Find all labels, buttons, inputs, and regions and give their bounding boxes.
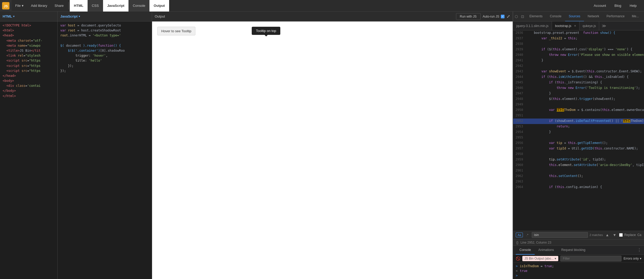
auto-run-checkbox[interactable]: ✓	[501, 15, 505, 18]
run-button[interactable]: Run with JS	[456, 13, 481, 20]
js-editor[interactable]: var host = document.querySelecto var roo…	[58, 22, 152, 279]
search-bar: Aa .* 2 matches ▲ ▼ Replace Ca	[513, 230, 644, 240]
console-menu-dots[interactable]: ⋮	[637, 248, 641, 253]
tab-javascript[interactable]: JavaScript	[103, 0, 129, 12]
tab-console[interactable]: Console	[128, 0, 149, 12]
html-line-1: <!DOCTYPE html>	[0, 23, 57, 28]
code-line-2940: 2940 throw new Error('Please use show on…	[513, 52, 644, 58]
console-tab-request-blocking[interactable]: Request blocking	[557, 246, 589, 255]
js-line-2: var root = host.createShadowRoot	[58, 28, 152, 33]
file-tab-qukeye[interactable]: qukeye.js	[579, 22, 599, 30]
html-line-10: <script src="https	[0, 68, 57, 73]
console-line-3: >	[513, 273, 644, 278]
code-line-2955: 2955	[513, 135, 644, 141]
code-line-2943: 2943 var showEvent = $.Event(this.constr…	[513, 69, 644, 74]
code-line-2945: 2945 if (this._isTransitioning) {	[513, 80, 644, 85]
devtools-tabs: ⬡ ⊡ Elements Console Sources Network Per…	[513, 12, 644, 22]
code-line-2960: 2960 this.element.setAttribute('aria-des…	[513, 163, 644, 168]
js-panel-header: JavaScript ▾	[58, 12, 152, 22]
js-line-10: });	[58, 68, 152, 73]
devtools-tab-elements[interactable]: Elements	[526, 12, 546, 22]
console-clear-button[interactable]: 🚫	[516, 256, 520, 261]
code-line-2951: 2951	[513, 113, 644, 119]
file-tab-add[interactable]: ≫	[599, 23, 609, 28]
replace-label: Replace	[624, 233, 636, 237]
search-up-button[interactable]: ▲	[604, 232, 610, 238]
devtools-device-icon[interactable]: ⊡	[519, 13, 526, 20]
devtools-tab-more[interactable]: Me...	[628, 12, 643, 22]
logo: JS	[0, 0, 12, 12]
devtools-inspect-icon[interactable]: ⬡	[513, 13, 519, 20]
html-line-5: <meta name="viewpo	[0, 43, 57, 48]
devtools-right-icons: ⋮	[642, 13, 644, 20]
output-panel: Output Run with JS Auto-run JS ✓ ⤢ Hover…	[152, 12, 513, 279]
brace-icon: {}	[516, 241, 518, 244]
file-tab-bootstrap-close[interactable]: ✕	[574, 24, 576, 27]
blog-button[interactable]: Blog	[611, 2, 624, 9]
console-line-2: < true	[513, 269, 644, 273]
html-line-8: <script src="https	[0, 58, 57, 63]
console-line-1: > isInTheDom = true;	[513, 264, 644, 269]
file-dropdown-arrow: ▾	[22, 4, 24, 8]
html-panel-title: HTML ▾	[3, 14, 14, 18]
devtools-tab-console[interactable]: Console	[546, 12, 565, 22]
ca-label: Ca	[637, 233, 641, 237]
console-text-1: isInTheDom = true;	[520, 264, 554, 268]
left-panels: HTML ▾ <!DOCTYPE html> <html> <head> <me…	[0, 12, 513, 279]
output-panel-title: Output	[155, 14, 165, 18]
add-library-button[interactable]: Add library	[27, 0, 51, 12]
js-line-8: title: 'hello'	[58, 58, 152, 63]
code-line-2952: 2952 if (showEvent.isDefaultPrevented() …	[513, 119, 644, 124]
code-line-2958: 2958	[513, 152, 644, 157]
console-arrow-in-1: >	[516, 264, 518, 268]
js-dropdown-arrow[interactable]: ▾	[79, 15, 80, 18]
console-arrow-in-3: >	[516, 274, 518, 277]
code-viewer[interactable]: 2936 bootstrap.preset.prevent function s…	[513, 30, 644, 230]
code-line-2956: 2956 var tip = this.getTipElement();	[513, 141, 644, 146]
expand-icon[interactable]: ⤢	[507, 14, 510, 19]
code-line-2957: 2957 var tipId = Util.getUID(this.constr…	[513, 146, 644, 152]
share-button[interactable]: Share	[51, 0, 67, 12]
code-line-2954: 2954 }	[513, 130, 644, 135]
console-source-select[interactable]: JS Bin Output (abo... ▾	[522, 256, 558, 261]
html-editor[interactable]: <!DOCTYPE html> <html> <head> <meta char…	[0, 22, 57, 279]
html-line-11: </head>	[0, 73, 57, 78]
js-panel: JavaScript ▾ var host = document.querySe…	[58, 12, 152, 279]
logo-icon: JS	[2, 2, 9, 9]
console-filter-input[interactable]	[560, 256, 621, 261]
html-line-6: <title>JS Bin</tit	[0, 48, 57, 53]
js-line-4	[58, 38, 152, 43]
console-text-2: true	[520, 269, 527, 273]
file-tab-bootstrap[interactable]: bootstrap.js ✕	[552, 22, 579, 30]
html-dropdown-arrow[interactable]: ▾	[13, 15, 14, 18]
devtools-tab-sources[interactable]: Sources	[565, 12, 584, 22]
console-tab-animations[interactable]: Animations	[535, 246, 557, 255]
code-line-2937: 2937 var _this22 = this;	[513, 36, 644, 41]
tab-html[interactable]: HTML	[70, 0, 88, 12]
status-text: Line 2952, Column 23	[520, 241, 551, 244]
console-tab-console[interactable]: Console	[516, 246, 535, 255]
errors-only: Errors only ▾	[624, 257, 641, 260]
search-checkbox[interactable]	[619, 233, 623, 237]
search-input[interactable]	[532, 232, 588, 238]
devtools-tab-performance[interactable]: Performance	[603, 12, 628, 22]
file-tab-jquery[interactable]: jquery-3.1.1.slim.min.js	[513, 22, 552, 30]
hover-tooltip-button[interactable]: Hover to see Tooltip	[157, 27, 195, 35]
devtools-settings-icon[interactable]: ⋮	[642, 13, 644, 20]
errors-only-dropdown-arrow[interactable]: ▾	[640, 257, 641, 260]
html-line-2: <html>	[0, 28, 57, 33]
output-panel-header: Output Run with JS Auto-run JS ✓ ⤢	[152, 12, 513, 22]
tab-css[interactable]: CSS	[88, 0, 103, 12]
devtools-tab-network[interactable]: Network	[584, 12, 603, 22]
search-toggle-aa[interactable]: Aa	[516, 233, 523, 237]
account-button[interactable]: Account	[591, 2, 609, 9]
help-button[interactable]: Help	[626, 2, 640, 9]
search-toggle-regex[interactable]: .*	[524, 233, 530, 237]
js-panel-title: JavaScript ▾	[60, 14, 80, 18]
main-content: HTML ▾ <!DOCTYPE html> <html> <head> <me…	[0, 12, 644, 279]
search-down-button[interactable]: ▼	[612, 232, 618, 238]
code-line-2936: 2936 bootstrap.preset.prevent function s…	[513, 30, 644, 36]
tab-output[interactable]: Output	[149, 0, 169, 12]
code-line-2942: 2942	[513, 63, 644, 69]
file-menu-button[interactable]: File ▾	[12, 0, 27, 12]
